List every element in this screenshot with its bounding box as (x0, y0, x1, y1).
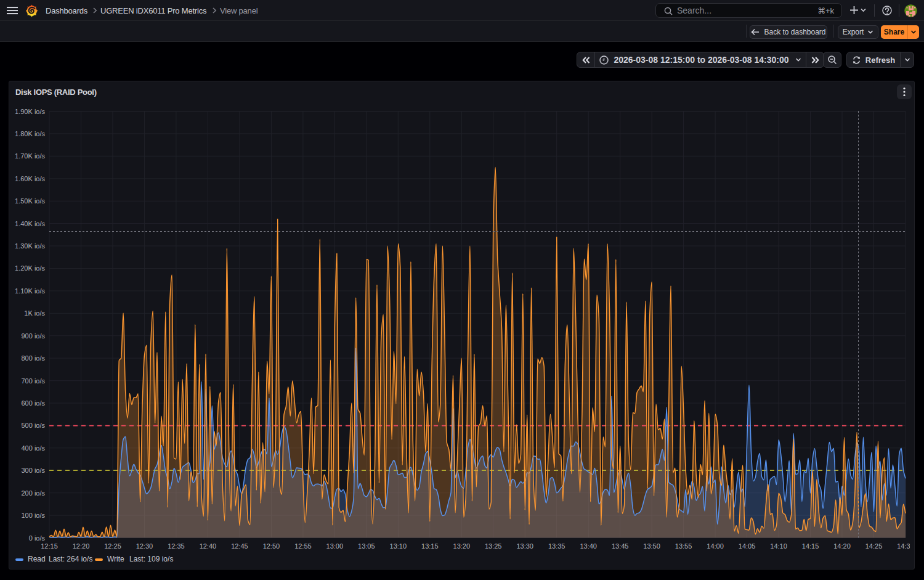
svg-text:400 io/s: 400 io/s (21, 444, 45, 452)
svg-text:13:30: 13:30 (516, 542, 533, 550)
svg-text:1.30K io/s: 1.30K io/s (15, 242, 45, 250)
svg-text:12:20: 12:20 (73, 542, 90, 550)
svg-text:500 io/s: 500 io/s (21, 422, 45, 429)
svg-text:14:10: 14:10 (770, 542, 787, 550)
svg-text:100 io/s: 100 io/s (21, 512, 45, 519)
svg-text:0 io/s: 0 io/s (29, 534, 46, 542)
svg-text:12:35: 12:35 (168, 542, 185, 550)
svg-text:12:40: 12:40 (200, 542, 217, 550)
svg-text:14:00: 14:00 (707, 542, 724, 550)
svg-text:12:45: 12:45 (231, 542, 248, 550)
svg-text:12:55: 12:55 (294, 542, 312, 550)
svg-text:13:35: 13:35 (548, 542, 565, 550)
svg-text:13:45: 13:45 (612, 542, 629, 550)
svg-text:600 io/s: 600 io/s (21, 399, 45, 407)
svg-text:1.70K io/s: 1.70K io/s (15, 152, 45, 160)
svg-text:13:40: 13:40 (580, 542, 597, 550)
svg-text:1.90K io/s: 1.90K io/s (15, 108, 45, 115)
svg-text:13:55: 13:55 (675, 542, 692, 550)
svg-text:13:20: 13:20 (453, 542, 471, 550)
svg-text:14:20: 14:20 (833, 542, 851, 550)
svg-text:1.40K io/s: 1.40K io/s (15, 220, 45, 227)
svg-text:13:10: 13:10 (390, 542, 407, 550)
svg-text:14:15: 14:15 (802, 542, 819, 550)
svg-text:14:25: 14:25 (865, 542, 883, 550)
svg-text:1.50K io/s: 1.50K io/s (15, 197, 45, 205)
svg-text:900 io/s: 900 io/s (21, 332, 45, 340)
svg-text:1.20K io/s: 1.20K io/s (15, 264, 45, 272)
svg-text:12:15: 12:15 (41, 542, 58, 550)
svg-text:14:05: 14:05 (739, 542, 756, 550)
svg-text:700 io/s: 700 io/s (21, 377, 45, 385)
svg-text:13:05: 13:05 (358, 542, 375, 550)
svg-text:1.10K io/s: 1.10K io/s (15, 287, 45, 295)
svg-text:13:50: 13:50 (643, 542, 660, 550)
svg-text:1K io/s: 1K io/s (24, 309, 45, 317)
svg-text:14:30: 14:30 (897, 542, 914, 550)
svg-text:200 io/s: 200 io/s (21, 489, 45, 497)
svg-text:1.60K io/s: 1.60K io/s (15, 175, 45, 182)
svg-text:12:25: 12:25 (104, 542, 121, 550)
svg-text:13:00: 13:00 (326, 542, 344, 550)
svg-text:300 io/s: 300 io/s (21, 467, 45, 474)
svg-text:1.80K io/s: 1.80K io/s (15, 130, 45, 137)
svg-text:12:30: 12:30 (136, 542, 153, 550)
svg-text:800 io/s: 800 io/s (21, 354, 45, 362)
svg-text:12:50: 12:50 (263, 542, 280, 550)
svg-text:13:15: 13:15 (421, 542, 439, 550)
svg-text:13:25: 13:25 (485, 542, 502, 550)
